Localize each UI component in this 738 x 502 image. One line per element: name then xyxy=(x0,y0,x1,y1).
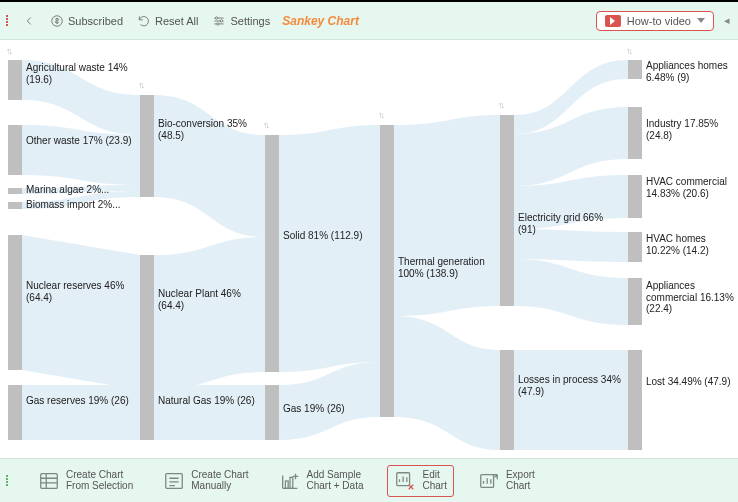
node-label: Agricultural waste 14% (19.6) xyxy=(26,62,136,85)
node-label: Biomass import 2%... xyxy=(26,199,141,211)
create-from-selection-button[interactable]: Create ChartFrom Selection xyxy=(32,466,139,496)
export-icon xyxy=(478,470,500,492)
sankey-node[interactable] xyxy=(628,278,642,325)
sankey-node[interactable] xyxy=(500,115,514,306)
node-label: Thermal generation 100% (138.9) xyxy=(398,256,508,279)
sankey-node[interactable] xyxy=(628,107,642,159)
chevron-down-icon xyxy=(697,18,705,23)
bottom-toolbar: Create ChartFrom Selection Create ChartM… xyxy=(0,458,738,502)
label: Create Chart xyxy=(66,470,133,481)
sankey-node[interactable] xyxy=(8,235,22,370)
drag-handle-icon[interactable] xyxy=(6,13,12,28)
node-label: Nuclear Plant 46% (64.4) xyxy=(158,288,268,311)
node-label: Gas reserves 19% (26) xyxy=(26,395,136,407)
sort-column-5[interactable]: ↑↓ xyxy=(626,46,631,56)
create-manually-button[interactable]: Create ChartManually xyxy=(157,466,254,496)
sort-column-2[interactable]: ↑↓ xyxy=(263,120,268,130)
undo-icon xyxy=(137,14,151,28)
label: Manually xyxy=(191,481,248,492)
sankey-node[interactable] xyxy=(628,60,642,79)
edit-chart-icon xyxy=(394,470,416,492)
node-label: Marina algae 2%... xyxy=(26,184,136,196)
svg-point-2 xyxy=(221,19,223,21)
sankey-node[interactable] xyxy=(8,385,22,440)
reset-button[interactable]: Reset All xyxy=(131,10,204,32)
label: Chart xyxy=(422,481,446,492)
node-label: Nuclear reserves 46% (64.4) xyxy=(26,280,136,303)
sankey-node[interactable] xyxy=(500,350,514,450)
drag-handle-icon[interactable] xyxy=(6,473,12,488)
svg-rect-6 xyxy=(285,481,288,488)
sort-column-4[interactable]: ↑↓ xyxy=(498,100,503,110)
subscribed-button[interactable]: Subscribed xyxy=(44,10,129,32)
sort-column-1[interactable]: ↑↓ xyxy=(138,80,143,90)
sankey-node[interactable] xyxy=(140,95,154,197)
sankey-node[interactable] xyxy=(628,232,642,262)
node-label: HVAC homes 10.22% (14.2) xyxy=(646,233,734,256)
node-label: HVAC commercial 14.83% (20.6) xyxy=(646,176,734,199)
edit-chart-button[interactable]: EditChart xyxy=(387,465,453,497)
collapse-panel-button[interactable]: ◂ xyxy=(722,14,732,27)
node-label: Other waste 17% (23.9) xyxy=(26,135,136,147)
settings-label: Settings xyxy=(230,15,270,27)
svg-rect-7 xyxy=(290,477,293,488)
label: Create Chart xyxy=(191,470,248,481)
chart-plus-icon xyxy=(279,470,301,492)
sankey-node[interactable] xyxy=(265,135,279,372)
sankey-node[interactable] xyxy=(628,350,642,450)
label: Chart + Data xyxy=(307,481,364,492)
list-icon xyxy=(163,470,185,492)
label: Edit xyxy=(422,470,446,481)
sankey-node[interactable] xyxy=(140,255,154,390)
svg-rect-4 xyxy=(41,473,58,488)
subscribed-label: Subscribed xyxy=(68,15,123,27)
youtube-icon xyxy=(605,15,621,27)
howto-video-button[interactable]: How-to video xyxy=(596,11,714,31)
sankey-node[interactable] xyxy=(8,125,22,175)
label: From Selection xyxy=(66,481,133,492)
node-label: Gas 19% (26) xyxy=(283,403,393,415)
sankey-node[interactable] xyxy=(8,60,22,100)
node-label: Lost 34.49% (47.9) xyxy=(646,376,734,388)
sankey-node[interactable] xyxy=(8,202,22,209)
howto-label: How-to video xyxy=(627,15,691,27)
arrow-left-icon xyxy=(22,14,36,28)
sankey-node[interactable] xyxy=(8,188,22,194)
node-label: Bio-conversion 35% (48.5) xyxy=(158,118,268,141)
node-label: Natural Gas 19% (26) xyxy=(158,395,268,407)
dollar-circle-icon xyxy=(50,14,64,28)
export-chart-button[interactable]: ExportChart xyxy=(472,466,541,496)
node-label: Appliances homes 6.48% (9) xyxy=(646,60,734,83)
svg-point-3 xyxy=(217,22,219,24)
node-label: Industry 17.85% (24.8) xyxy=(646,118,734,141)
node-label: Electricity grid 66% (91) xyxy=(518,212,623,235)
sort-column-0[interactable]: ↑↓ xyxy=(6,46,11,56)
sankey-node[interactable] xyxy=(380,125,394,417)
chart-title: Sankey Chart xyxy=(282,14,359,28)
add-sample-button[interactable]: Add SampleChart + Data xyxy=(273,466,370,496)
label: Chart xyxy=(506,481,535,492)
sankey-node[interactable] xyxy=(628,175,642,218)
back-button[interactable] xyxy=(16,10,42,32)
settings-button[interactable]: Settings xyxy=(206,10,276,32)
node-label: Solid 81% (112.9) xyxy=(283,230,393,242)
table-select-icon xyxy=(38,470,60,492)
label: Add Sample xyxy=(307,470,364,481)
sort-column-3[interactable]: ↑↓ xyxy=(378,110,383,120)
svg-point-1 xyxy=(216,16,218,18)
reset-label: Reset All xyxy=(155,15,198,27)
node-label: Appliances commercial 16.13% (22.4) xyxy=(646,280,734,315)
label: Export xyxy=(506,470,535,481)
sankey-node[interactable] xyxy=(265,385,279,440)
sankey-node[interactable] xyxy=(140,385,154,440)
sliders-icon xyxy=(212,14,226,28)
top-toolbar: Subscribed Reset All Settings Sankey Cha… xyxy=(0,2,738,40)
sankey-chart: ↑↓ Agricultural waste 14% (19.6) Other w… xyxy=(0,40,738,458)
node-label: Losses in process 34% (47.9) xyxy=(518,374,623,397)
